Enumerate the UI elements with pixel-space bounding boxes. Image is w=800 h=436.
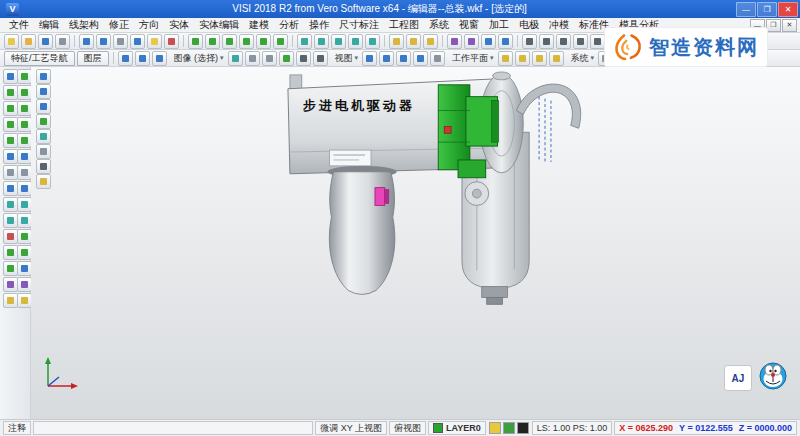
menu-file[interactable]: 文件 (4, 18, 34, 32)
move-tool-icon[interactable] (3, 197, 18, 212)
float-shaded-icon[interactable] (36, 129, 51, 144)
fillet-tool-icon[interactable] (3, 149, 18, 164)
workplane-custom-icon[interactable] (549, 51, 564, 66)
mirror-tool-icon[interactable] (17, 181, 32, 196)
extrude-solid-icon[interactable] (17, 229, 32, 244)
annotate-icon[interactable] (423, 34, 438, 49)
zoom-all-icon[interactable] (313, 51, 328, 66)
float-repaint-icon[interactable] (36, 174, 51, 189)
float-right-view-icon[interactable] (36, 99, 51, 114)
measure-icon[interactable] (389, 34, 404, 49)
tab-feature-navigator[interactable]: 特征/工艺导航 (4, 51, 75, 66)
circle-tool-icon[interactable] (17, 101, 32, 116)
menu-modeling[interactable]: 建模 (244, 18, 274, 32)
delete-tool-icon[interactable] (3, 229, 18, 244)
selection-icon[interactable] (498, 34, 513, 49)
copy-tool-icon[interactable] (17, 213, 32, 228)
hole-feature-icon[interactable] (3, 293, 18, 308)
child-close-button[interactable]: ✕ (782, 19, 797, 32)
filter-icon[interactable] (481, 34, 496, 49)
zoom-out-icon[interactable] (539, 34, 554, 49)
menu-machining[interactable]: 加工 (484, 18, 514, 32)
pan-icon[interactable] (573, 34, 588, 49)
revolve-icon[interactable] (314, 34, 329, 49)
snap-indicator-icon[interactable] (489, 422, 501, 434)
sweep-icon[interactable] (331, 34, 346, 49)
system-dropdown[interactable]: 系统 (565, 52, 598, 65)
workplane-xz-icon[interactable] (515, 51, 530, 66)
menu-edit[interactable]: 编辑 (34, 18, 64, 32)
pattern-feature-icon[interactable] (17, 293, 32, 308)
child-restore-button[interactable]: ❐ (766, 19, 781, 32)
tab-layers[interactable]: 图层 (77, 51, 109, 66)
dimension-icon[interactable] (406, 34, 421, 49)
curve-icon[interactable] (256, 34, 271, 49)
chamfer-tool-icon[interactable] (17, 149, 32, 164)
status-active-view[interactable]: 俯视图 (389, 421, 426, 435)
circle-icon[interactable] (239, 34, 254, 49)
selection-arrow-icon[interactable] (3, 69, 18, 84)
save-icon[interactable] (38, 34, 53, 49)
rectangle-tool-icon[interactable] (3, 133, 18, 148)
delete-icon[interactable] (164, 34, 179, 49)
front-view-icon[interactable] (379, 51, 394, 66)
cad-model-canvas[interactable] (31, 67, 800, 419)
maximize-button[interactable]: ❐ (757, 2, 777, 17)
shaded-icon[interactable] (228, 51, 243, 66)
float-zoom-fit-icon[interactable] (36, 159, 51, 174)
offset-tool-icon[interactable] (3, 181, 18, 196)
image-select-dropdown[interactable]: 图像 (选择) (168, 52, 227, 65)
extend-tool-icon[interactable] (17, 165, 32, 180)
select-chain-icon[interactable] (135, 51, 150, 66)
polyline-tool-icon[interactable] (17, 85, 32, 100)
workplane-yz-icon[interactable] (532, 51, 547, 66)
scale-tool-icon[interactable] (3, 213, 18, 228)
select-icon[interactable] (118, 51, 133, 66)
workplane-dropdown[interactable]: 工作平面 (446, 52, 497, 65)
spline-tool-icon[interactable] (17, 117, 32, 132)
hidden-line-icon[interactable] (262, 51, 277, 66)
layer-manager-icon[interactable] (447, 34, 462, 49)
float-iso-view-icon[interactable] (36, 114, 51, 129)
shell-icon[interactable] (348, 34, 363, 49)
close-button[interactable]: ✕ (778, 2, 798, 17)
copy-icon[interactable] (130, 34, 145, 49)
revolve-solid-icon[interactable] (3, 245, 18, 260)
shell-solid-icon[interactable] (17, 261, 32, 276)
new-file-icon[interactable] (4, 34, 19, 49)
sweep-solid-icon[interactable] (17, 245, 32, 260)
menu-electrode[interactable]: 电极 (514, 18, 544, 32)
line-tool-icon[interactable] (3, 85, 18, 100)
trim-tool-icon[interactable] (3, 165, 18, 180)
side-view-icon[interactable] (396, 51, 411, 66)
grid-indicator-icon[interactable] (503, 422, 515, 434)
select-box-icon[interactable] (152, 51, 167, 66)
dynamic-rotate-icon[interactable] (279, 51, 294, 66)
menu-system[interactable]: 系统 (424, 18, 454, 32)
menu-solid-edit[interactable]: 实体编辑 (194, 18, 244, 32)
loft-solid-icon[interactable] (3, 261, 18, 276)
arc-tool-icon[interactable] (3, 101, 18, 116)
view-dropdown[interactable]: 视图 (329, 52, 362, 65)
menu-window[interactable]: 视窗 (454, 18, 484, 32)
menu-modify[interactable]: 修正 (104, 18, 134, 32)
menu-drafting[interactable]: 工程图 (384, 18, 424, 32)
menu-orientation[interactable]: 方向 (134, 18, 164, 32)
redo-icon[interactable] (96, 34, 111, 49)
zoom-fit-icon[interactable] (556, 34, 571, 49)
undo-icon[interactable] (79, 34, 94, 49)
status-snap-mode[interactable]: 微调 XY 上视图 (315, 421, 387, 435)
point-tool-icon[interactable] (17, 69, 32, 84)
zoom-in-icon[interactable] (522, 34, 537, 49)
point-icon[interactable] (188, 34, 203, 49)
menu-progress-die[interactable]: 冲模 (544, 18, 574, 32)
float-top-view-icon[interactable] (36, 69, 51, 84)
polygon-tool-icon[interactable] (17, 133, 32, 148)
viewport[interactable]: 步进电机驱动器 AJ (31, 67, 800, 419)
open-file-icon[interactable] (21, 34, 36, 49)
attributes-icon[interactable] (464, 34, 479, 49)
menu-analysis[interactable]: 分析 (274, 18, 304, 32)
cut-icon[interactable] (113, 34, 128, 49)
float-front-view-icon[interactable] (36, 84, 51, 99)
zoom-window-icon[interactable] (296, 51, 311, 66)
